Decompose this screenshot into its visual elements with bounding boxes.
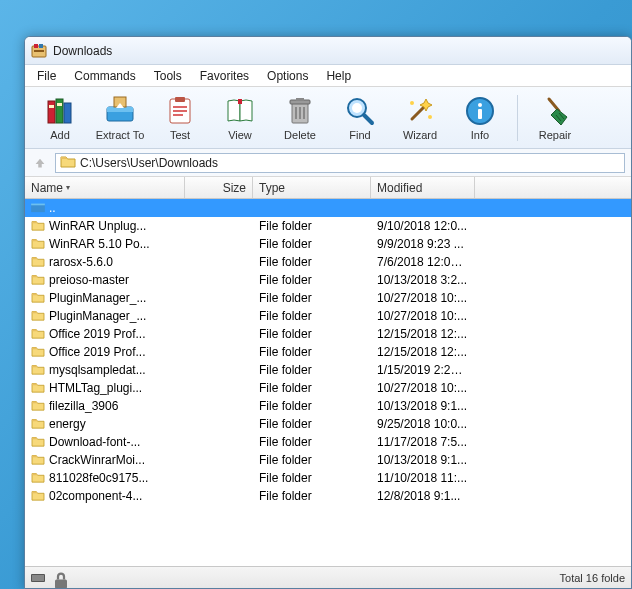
table-row[interactable]: PluginManager_...File folder10/27/2018 1…	[25, 289, 631, 307]
menu-commands[interactable]: Commands	[66, 67, 143, 85]
app-icon	[31, 43, 47, 59]
clipboard-icon	[164, 95, 196, 127]
folder-icon	[31, 255, 45, 270]
file-name: PluginManager_...	[49, 309, 146, 323]
repair-label: Repair	[539, 129, 571, 141]
wizard-button[interactable]: Wizard	[393, 90, 447, 146]
header-type[interactable]: Type	[253, 177, 371, 198]
file-name: ..	[49, 201, 56, 215]
path-input[interactable]: C:\Users\User\Downloads	[55, 153, 625, 173]
file-list[interactable]: ..WinRAR Unplug...File folder9/10/2018 1…	[25, 199, 631, 566]
svg-rect-5	[56, 99, 63, 123]
svg-rect-36	[31, 204, 45, 212]
svg-rect-13	[175, 97, 185, 102]
svg-point-29	[428, 115, 432, 119]
file-type: File folder	[253, 219, 371, 233]
table-row[interactable]: filezilla_3906File folder10/13/2018 9:1.…	[25, 397, 631, 415]
test-button[interactable]: Test	[153, 90, 207, 146]
table-row[interactable]: HTMLTag_plugi...File folder10/27/2018 10…	[25, 379, 631, 397]
column-headers: Name ▾ Size Type Modified	[25, 177, 631, 199]
broom-icon	[539, 95, 571, 127]
find-button[interactable]: Find	[333, 90, 387, 146]
file-name: rarosx-5.6.0	[49, 255, 113, 269]
table-row[interactable]: Office 2019 Prof...File folder12/15/2018…	[25, 325, 631, 343]
file-type: File folder	[253, 363, 371, 377]
file-type: File folder	[253, 273, 371, 287]
table-row[interactable]: rarosx-5.6.0File folder7/6/2018 12:02 ..…	[25, 253, 631, 271]
status-right: Total 16 folde	[560, 572, 625, 584]
disk-icon	[31, 572, 49, 584]
extract-button[interactable]: Extract To	[93, 90, 147, 146]
table-row[interactable]: Office 2019 Prof...File folder12/15/2018…	[25, 343, 631, 361]
folder-icon	[31, 237, 45, 252]
svg-rect-7	[49, 105, 54, 108]
table-row[interactable]: 02component-4...File folder12/8/2018 9:1…	[25, 487, 631, 505]
header-modified[interactable]: Modified	[371, 177, 475, 198]
parent-folder-icon	[31, 201, 45, 216]
svg-rect-20	[296, 98, 304, 101]
file-modified: 9/25/2018 10:0...	[371, 417, 475, 431]
file-modified: 10/27/2018 10:...	[371, 309, 475, 323]
delete-button[interactable]: Delete	[273, 90, 327, 146]
add-button[interactable]: Add	[33, 90, 87, 146]
menu-tools[interactable]: Tools	[146, 67, 190, 85]
file-modified: 9/9/2018 9:23 ...	[371, 237, 475, 251]
folder-icon	[31, 471, 45, 486]
table-row[interactable]: ..	[25, 199, 631, 217]
file-type: File folder	[253, 309, 371, 323]
extract-icon	[104, 95, 136, 127]
table-row[interactable]: mysqlsampledat...File folder1/15/2019 2:…	[25, 361, 631, 379]
folder-icon	[31, 489, 45, 504]
menu-help[interactable]: Help	[318, 67, 359, 85]
table-row[interactable]: preioso-masterFile folder10/13/2018 3:2.…	[25, 271, 631, 289]
trash-icon	[284, 95, 316, 127]
wizard-label: Wizard	[403, 129, 437, 141]
file-name: preioso-master	[49, 273, 129, 287]
folder-icon	[31, 291, 45, 306]
file-name: WinRAR Unplug...	[49, 219, 146, 233]
view-button[interactable]: View	[213, 90, 267, 146]
file-type: File folder	[253, 489, 371, 503]
file-name: HTMLTag_plugi...	[49, 381, 142, 395]
add-label: Add	[50, 129, 70, 141]
sort-indicator-icon: ▾	[66, 183, 70, 192]
file-modified: 10/13/2018 9:1...	[371, 453, 475, 467]
menu-options[interactable]: Options	[259, 67, 316, 85]
repair-button[interactable]: Repair	[528, 90, 582, 146]
folder-icon	[31, 327, 45, 342]
svg-rect-32	[478, 109, 482, 119]
file-type: File folder	[253, 345, 371, 359]
menu-file[interactable]: File	[29, 67, 64, 85]
svg-rect-3	[34, 50, 44, 52]
folder-icon	[31, 381, 45, 396]
folder-icon	[31, 417, 45, 432]
svg-line-26	[364, 115, 372, 123]
table-row[interactable]: energyFile folder9/25/2018 10:0...	[25, 415, 631, 433]
test-label: Test	[170, 129, 190, 141]
title-bar[interactable]: Downloads	[25, 37, 631, 65]
table-row[interactable]: CrackWinrarMoi...File folder10/13/2018 9…	[25, 451, 631, 469]
table-row[interactable]: WinRAR Unplug...File folder9/10/2018 12:…	[25, 217, 631, 235]
svg-rect-1	[34, 44, 38, 48]
header-name[interactable]: Name ▾	[25, 177, 185, 198]
file-name: WinRAR 5.10 Po...	[49, 237, 150, 251]
up-arrow-icon[interactable]	[31, 154, 49, 172]
toolbar-separator	[517, 95, 518, 141]
info-button[interactable]: Info	[453, 90, 507, 146]
table-row[interactable]: PluginManager_...File folder10/27/2018 1…	[25, 307, 631, 325]
extract-label: Extract To	[96, 129, 145, 141]
svg-rect-15	[173, 110, 187, 112]
table-row[interactable]: Download-font-...File folder11/17/2018 7…	[25, 433, 631, 451]
svg-rect-14	[173, 106, 187, 108]
file-modified: 12/15/2018 12:...	[371, 345, 475, 359]
menu-favorites[interactable]: Favorites	[192, 67, 257, 85]
file-type: File folder	[253, 399, 371, 413]
svg-rect-16	[173, 114, 183, 116]
file-name: PluginManager_...	[49, 291, 146, 305]
table-row[interactable]: 811028fe0c9175...File folder11/10/2018 1…	[25, 469, 631, 487]
file-modified: 11/17/2018 7:5...	[371, 435, 475, 449]
file-name: 811028fe0c9175...	[49, 471, 148, 485]
book-open-icon	[224, 95, 256, 127]
header-size[interactable]: Size	[185, 177, 253, 198]
table-row[interactable]: WinRAR 5.10 Po...File folder9/9/2018 9:2…	[25, 235, 631, 253]
